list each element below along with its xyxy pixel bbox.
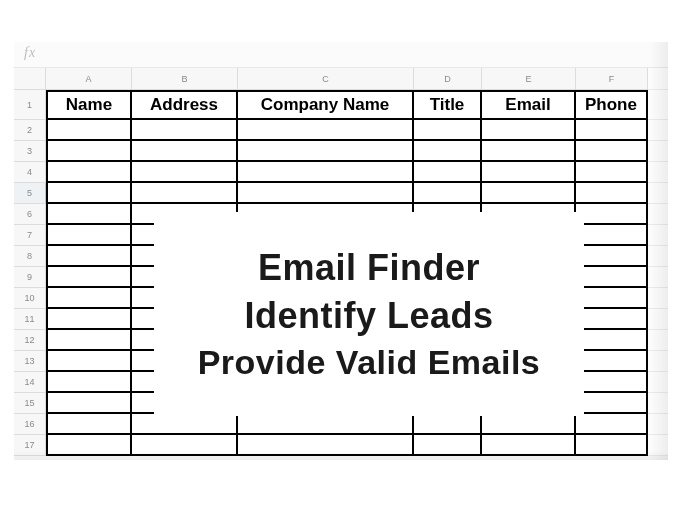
cell-A8[interactable] <box>46 246 132 267</box>
row-header-6[interactable]: 6 <box>14 204 46 225</box>
cell-A14[interactable] <box>46 372 132 393</box>
cell-C2[interactable] <box>238 120 414 141</box>
row-3: 3 <box>14 141 668 162</box>
row-filler <box>648 162 668 183</box>
row-header-9[interactable]: 9 <box>14 267 46 288</box>
row-header-1[interactable]: 1 <box>14 90 46 120</box>
col-header-F[interactable]: F <box>576 68 648 90</box>
row-header-5[interactable]: 5 <box>14 183 46 204</box>
row-header-2[interactable]: 2 <box>14 120 46 141</box>
row-header-3[interactable]: 3 <box>14 141 46 162</box>
cell-C5[interactable] <box>238 183 414 204</box>
cell-A6[interactable] <box>46 204 132 225</box>
cell-A3[interactable] <box>46 141 132 162</box>
cell-A2[interactable] <box>46 120 132 141</box>
row-header-14[interactable]: 14 <box>14 372 46 393</box>
cell-A16[interactable] <box>46 414 132 435</box>
cell-B2[interactable] <box>132 120 238 141</box>
cell-F5[interactable] <box>576 183 648 204</box>
cell-E3[interactable] <box>482 141 576 162</box>
row-header-4[interactable]: 4 <box>14 162 46 183</box>
cell-A13[interactable] <box>46 351 132 372</box>
cell-A17[interactable] <box>46 435 132 456</box>
cell-C3[interactable] <box>238 141 414 162</box>
row-filler <box>648 435 668 456</box>
cell-D4[interactable] <box>414 162 482 183</box>
cell-A5[interactable] <box>46 183 132 204</box>
cell-F13[interactable] <box>576 351 648 372</box>
col-header-C[interactable]: C <box>238 68 414 90</box>
spreadsheet-screenshot: fx A B C D E F 1 Name Address Company Na… <box>0 0 680 510</box>
cell-A10[interactable] <box>46 288 132 309</box>
cell-B17[interactable] <box>132 435 238 456</box>
overlay-line-1: Email Finder <box>258 247 480 289</box>
cell-B16[interactable] <box>132 414 238 435</box>
col-header-D[interactable]: D <box>414 68 482 90</box>
fx-label: fx <box>24 45 36 61</box>
cell-E17[interactable] <box>482 435 576 456</box>
cell-E16[interactable] <box>482 414 576 435</box>
row-header-15[interactable]: 15 <box>14 393 46 414</box>
formula-bar[interactable]: fx <box>14 42 668 68</box>
cell-F17[interactable] <box>576 435 648 456</box>
cell-C17[interactable] <box>238 435 414 456</box>
row-filler <box>648 414 668 435</box>
cell-C4[interactable] <box>238 162 414 183</box>
cell-E5[interactable] <box>482 183 576 204</box>
row-header-10[interactable]: 10 <box>14 288 46 309</box>
cell-B5[interactable] <box>132 183 238 204</box>
cell-F12[interactable] <box>576 330 648 351</box>
cell-F7[interactable] <box>576 225 648 246</box>
row-header-16[interactable]: 16 <box>14 414 46 435</box>
cell-E4[interactable] <box>482 162 576 183</box>
cell-A15[interactable] <box>46 393 132 414</box>
cell-F4[interactable] <box>576 162 648 183</box>
cell-A11[interactable] <box>46 309 132 330</box>
cell-A12[interactable] <box>46 330 132 351</box>
cell-D5[interactable] <box>414 183 482 204</box>
cell-B3[interactable] <box>132 141 238 162</box>
cell-F16[interactable] <box>576 414 648 435</box>
cell-D2[interactable] <box>414 120 482 141</box>
row-header-17[interactable]: 17 <box>14 435 46 456</box>
row-header-7[interactable]: 7 <box>14 225 46 246</box>
cell-C16[interactable] <box>238 414 414 435</box>
col-header-A[interactable]: A <box>46 68 132 90</box>
cell-F6[interactable] <box>576 204 648 225</box>
cell-B1[interactable]: Address <box>132 90 238 120</box>
col-header-E[interactable]: E <box>482 68 576 90</box>
cell-D16[interactable] <box>414 414 482 435</box>
row-filler <box>648 90 668 120</box>
cell-D1[interactable]: Title <box>414 90 482 120</box>
cell-A7[interactable] <box>46 225 132 246</box>
cell-A1[interactable]: Name <box>46 90 132 120</box>
cell-F1[interactable]: Phone <box>576 90 648 120</box>
cell-F10[interactable] <box>576 288 648 309</box>
cell-A9[interactable] <box>46 267 132 288</box>
cell-F2[interactable] <box>576 120 648 141</box>
cell-E2[interactable] <box>482 120 576 141</box>
cell-C1[interactable]: Company Name <box>238 90 414 120</box>
row-filler <box>648 351 668 372</box>
row-filler <box>648 225 668 246</box>
row-header-13[interactable]: 13 <box>14 351 46 372</box>
row-header-8[interactable]: 8 <box>14 246 46 267</box>
row-filler <box>648 267 668 288</box>
cell-B4[interactable] <box>132 162 238 183</box>
cell-F14[interactable] <box>576 372 648 393</box>
cell-A4[interactable] <box>46 162 132 183</box>
cell-F15[interactable] <box>576 393 648 414</box>
col-header-filler <box>648 68 668 90</box>
cell-F9[interactable] <box>576 267 648 288</box>
col-header-B[interactable]: B <box>132 68 238 90</box>
cell-D3[interactable] <box>414 141 482 162</box>
cell-D17[interactable] <box>414 435 482 456</box>
promo-overlay: Email Finder Identify Leads Provide Vali… <box>154 212 584 416</box>
select-all-corner[interactable] <box>14 68 46 90</box>
row-header-11[interactable]: 11 <box>14 309 46 330</box>
cell-F3[interactable] <box>576 141 648 162</box>
cell-E1[interactable]: Email <box>482 90 576 120</box>
cell-F8[interactable] <box>576 246 648 267</box>
cell-F11[interactable] <box>576 309 648 330</box>
row-header-12[interactable]: 12 <box>14 330 46 351</box>
